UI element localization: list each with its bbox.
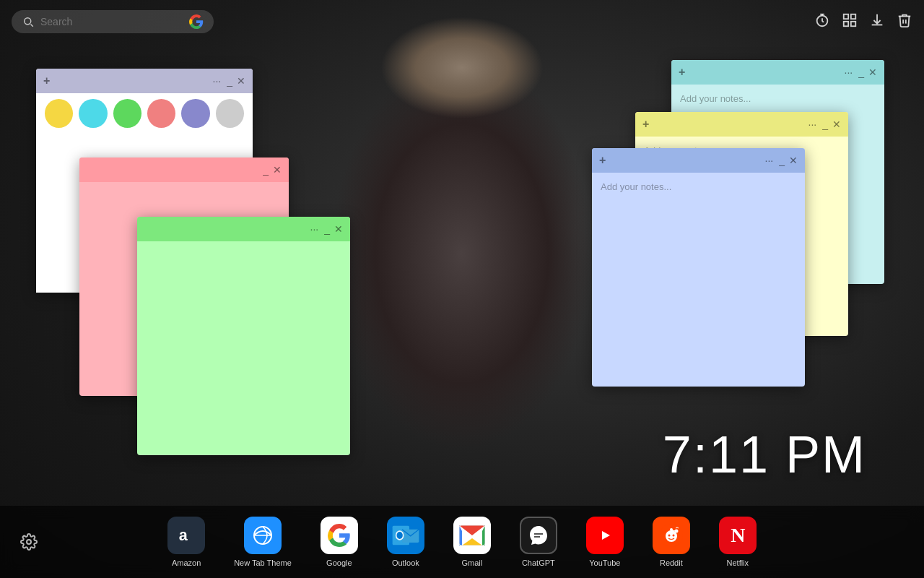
search-box[interactable] (12, 10, 214, 33)
note-pink-header: _ ✕ (79, 158, 289, 182)
google-logo (189, 14, 204, 29)
swatch-periwinkle[interactable] (181, 99, 209, 128)
note-green-close-btn[interactable]: ✕ (334, 223, 343, 235)
dock-item-reddit[interactable]: Reddit (653, 517, 690, 567)
swatch-cyan[interactable] (79, 99, 107, 128)
google-icon (321, 517, 358, 554)
note-blue-close-btn[interactable]: ✕ (789, 155, 798, 166)
youtube-icon (586, 517, 624, 554)
note-cyan-add-btn[interactable]: + (679, 66, 685, 79)
note-white-menu-btn[interactable]: ··· (213, 75, 222, 87)
google-label: Google (326, 558, 352, 567)
note-cyan-header: + ··· _ ✕ (671, 60, 884, 85)
netflix-icon: N (719, 517, 757, 554)
amazon-icon: a (167, 517, 205, 554)
reddit-label: Reddit (660, 558, 683, 567)
note-yellow-close-btn[interactable]: ✕ (832, 118, 841, 130)
note-pink-close-btn[interactable]: ✕ (273, 164, 282, 176)
note-pink-minimize-btn[interactable]: _ (263, 164, 269, 176)
note-cyan-menu-btn[interactable]: ··· (845, 66, 853, 78)
note-cyan-minimize-btn[interactable]: _ (858, 66, 864, 78)
dock-item-gmail[interactable]: Gmail (453, 517, 491, 567)
topbar (0, 0, 924, 43)
note-white-add-btn[interactable]: + (43, 74, 50, 87)
note-green-header: ··· _ ✕ (137, 217, 350, 241)
note-blue-body[interactable]: Add your notes... (592, 173, 805, 216)
note-yellow-add-btn[interactable]: + (642, 118, 649, 131)
chatgpt-label: ChatGPT (522, 558, 555, 567)
note-blue-header: + ··· _ ✕ (592, 148, 805, 173)
youtube-label: YouTube (589, 558, 620, 567)
swatch-gray[interactable] (216, 99, 244, 128)
dock-item-netflix[interactable]: N Netflix (719, 517, 757, 567)
svg-point-13 (396, 532, 402, 539)
dock-item-google[interactable]: Google (321, 517, 358, 567)
dock-item-amazon[interactable]: a Amazon (167, 517, 205, 567)
svg-rect-3 (844, 21, 848, 25)
note-green-body[interactable] (137, 241, 350, 285)
note-white-header: + ··· _ ✕ (36, 69, 253, 93)
color-swatches (36, 93, 253, 134)
clock: 7:11 PM (663, 425, 866, 484)
trash-icon[interactable] (897, 12, 912, 32)
note-yellow-menu-btn[interactable]: ··· (808, 118, 817, 130)
note-blue-add-btn[interactable]: + (599, 154, 606, 167)
search-icon (22, 15, 35, 28)
svg-point-25 (27, 540, 31, 544)
svg-point-24 (670, 528, 673, 531)
swatch-pink[interactable] (147, 99, 175, 128)
note-yellow-header: + ··· _ ✕ (635, 112, 848, 137)
outlook-icon (387, 517, 424, 554)
settings-button[interactable] (20, 533, 38, 555)
dock-item-outlook[interactable]: Outlook (387, 517, 424, 567)
note-green[interactable]: ··· _ ✕ (137, 217, 350, 455)
note-blue-menu-btn[interactable]: ··· (765, 155, 774, 166)
outlook-label: Outlook (392, 558, 419, 567)
download-icon[interactable] (869, 12, 885, 32)
note-yellow-minimize-btn[interactable]: _ (822, 118, 828, 130)
svg-text:a: a (179, 526, 188, 544)
swatch-green[interactable] (113, 99, 141, 128)
svg-rect-4 (851, 21, 855, 25)
note-blue[interactable]: + ··· _ ✕ Add your notes... (592, 148, 805, 387)
dock: a Amazon New Tab Theme Goog (0, 506, 924, 578)
amazon-label: Amazon (172, 558, 201, 567)
note-green-minimize-btn[interactable]: _ (324, 223, 330, 235)
svg-point-21 (672, 535, 674, 537)
svg-rect-1 (844, 14, 848, 18)
grid-icon[interactable] (842, 12, 858, 32)
timer-icon[interactable] (814, 12, 830, 32)
note-cyan-close-btn[interactable]: ✕ (868, 66, 877, 78)
dock-item-newtab[interactable]: New Tab Theme (234, 517, 292, 567)
netflix-label: Netflix (727, 558, 749, 567)
note-white-close-btn[interactable]: ✕ (237, 75, 245, 87)
note-blue-minimize-btn[interactable]: _ (779, 155, 785, 166)
newtab-icon (244, 517, 282, 554)
top-right-icons (814, 12, 912, 32)
dock-item-chatgpt[interactable]: ChatGPT (520, 517, 557, 567)
dock-item-youtube[interactable]: YouTube (586, 517, 624, 567)
svg-point-20 (668, 535, 670, 537)
search-input[interactable] (40, 16, 183, 27)
note-white-minimize-btn[interactable]: _ (227, 75, 232, 87)
gmail-label: Gmail (461, 558, 482, 567)
reddit-icon (653, 517, 690, 554)
svg-rect-2 (851, 14, 855, 18)
newtab-label: New Tab Theme (234, 558, 292, 567)
gmail-icon (453, 517, 491, 554)
note-green-menu-btn[interactable]: ··· (310, 223, 319, 235)
swatch-yellow[interactable] (45, 99, 73, 128)
chatgpt-icon (520, 517, 557, 554)
